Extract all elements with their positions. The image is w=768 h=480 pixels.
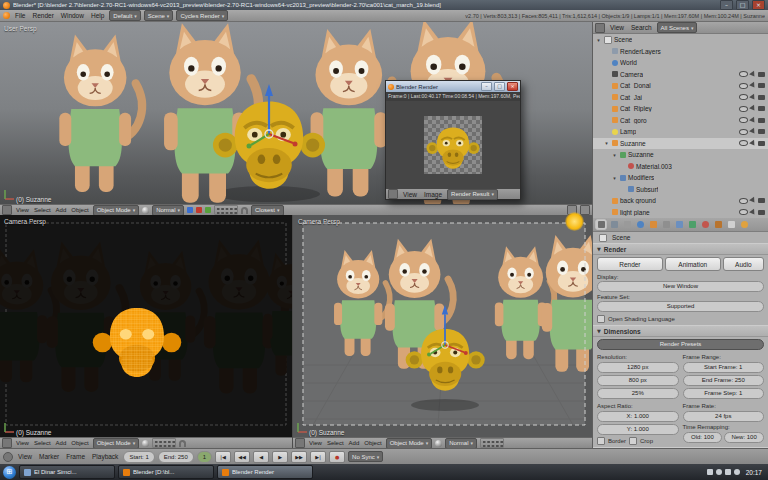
selectability-toggle-icon[interactable]	[749, 105, 757, 113]
play-reverse-button[interactable]: ◀	[253, 451, 269, 463]
remap-old-field[interactable]: Old: 100	[683, 432, 723, 443]
resolution-y-field[interactable]: 800 px	[597, 375, 679, 386]
end-frame-field[interactable]: End Frame: 250	[683, 375, 765, 386]
menu-object[interactable]: Object	[70, 207, 89, 213]
menu-view[interactable]: View	[401, 191, 419, 198]
outliner-row-renderlayers[interactable]: RenderLayers	[593, 46, 768, 58]
frame-rate-select[interactable]: 24 fps	[683, 411, 765, 422]
editor-type-icon[interactable]	[595, 23, 605, 33]
expand-icon[interactable]: ▾	[611, 152, 618, 158]
scale-manipulator-icon[interactable]	[205, 207, 211, 213]
visibility-toggle-icon[interactable]	[739, 94, 748, 100]
close-button[interactable]: ×	[752, 0, 765, 10]
expand-icon[interactable]: ▾	[595, 37, 602, 43]
animation-button[interactable]: Animation	[665, 257, 721, 271]
tray-icon[interactable]	[734, 469, 740, 475]
tab-render-icon[interactable]	[595, 219, 607, 230]
dimensions-panel-header[interactable]: ▼ Dimensions	[593, 325, 768, 337]
renderability-toggle-icon[interactable]	[758, 118, 765, 123]
mode-select[interactable]: Object Mode ▾	[93, 438, 140, 449]
menu-add[interactable]: Add	[348, 440, 361, 446]
aspect-y-field[interactable]: Y: 1.000	[597, 424, 679, 435]
tab-constraints-icon[interactable]	[660, 219, 672, 230]
viewport-camera-dark[interactable]: Camera Persp (0) Suzanne View Select Add…	[0, 215, 292, 448]
menu-view[interactable]: View	[308, 440, 323, 446]
outliner-row-cat-goro[interactable]: Cat_goro	[593, 115, 768, 127]
menu-render[interactable]: Render	[30, 12, 55, 19]
menu-file[interactable]: File	[13, 12, 27, 19]
tab-data-icon[interactable]	[686, 219, 698, 230]
outliner-row-cat-jai[interactable]: Cat_Jai	[593, 92, 768, 104]
mode-select[interactable]: Object Mode ▾	[386, 438, 433, 449]
border-checkbox[interactable]	[597, 437, 605, 445]
render-presets-select[interactable]: Render Presets	[597, 339, 764, 350]
menu-view[interactable]: View	[608, 24, 626, 31]
renderability-toggle-icon[interactable]	[758, 129, 765, 134]
menu-marker[interactable]: Marker	[37, 453, 61, 460]
visibility-toggle-icon[interactable]	[739, 83, 748, 89]
taskbar-item-active[interactable]: Blender Render	[217, 465, 313, 479]
menu-window[interactable]: Window	[59, 12, 86, 19]
end-frame-field[interactable]: End: 250	[158, 451, 194, 463]
outliner-row-lamp[interactable]: Lamp	[593, 126, 768, 138]
selectability-toggle-icon[interactable]	[749, 70, 757, 78]
menu-select[interactable]: Select	[33, 207, 52, 213]
crop-checkbox[interactable]	[629, 437, 637, 445]
sync-mode-select[interactable]: No Sync ▾	[348, 451, 383, 462]
render-engine-select[interactable]: Cycles Render ▾	[176, 10, 228, 21]
tab-material-icon[interactable]	[699, 219, 711, 230]
menu-search[interactable]: Search	[629, 24, 654, 31]
outliner-row-world[interactable]: World	[593, 57, 768, 69]
screen-layout-select[interactable]: Default ▾	[109, 10, 141, 21]
visibility-toggle-icon[interactable]	[739, 129, 748, 135]
viewport-camera-shaded[interactable]: Camera Persp (0) Suzanne View Select Add…	[292, 215, 592, 448]
menu-add[interactable]: Add	[55, 207, 68, 213]
editor-type-icon[interactable]	[3, 452, 13, 462]
renderability-toggle-icon[interactable]	[758, 72, 765, 77]
rotate-manipulator-icon[interactable]	[196, 207, 202, 213]
outliner-row-cat-ripley[interactable]: Cat_Ripley	[593, 103, 768, 115]
outliner-row-subsurf[interactable]: Subsurf	[593, 184, 768, 196]
minimize-button[interactable]: –	[720, 0, 733, 10]
tab-particles-icon[interactable]	[725, 219, 737, 230]
selectability-toggle-icon[interactable]	[749, 128, 757, 136]
render-opengl-anim-icon[interactable]	[580, 205, 590, 215]
renderability-toggle-icon[interactable]	[758, 198, 765, 203]
visibility-toggle-icon[interactable]	[739, 209, 748, 215]
renderability-toggle-icon[interactable]	[758, 106, 765, 111]
visibility-toggle-icon[interactable]	[739, 198, 748, 204]
start-button[interactable]: ⊞	[3, 466, 16, 479]
viewport-shading-icon[interactable]	[142, 207, 149, 214]
snap-magnet-icon[interactable]	[241, 207, 248, 214]
close-button[interactable]: ×	[507, 82, 518, 91]
menu-object[interactable]: Object	[70, 440, 89, 446]
outliner-row-material[interactable]: Material.003	[593, 161, 768, 173]
display-select[interactable]: New Window	[597, 281, 764, 292]
tab-physics-icon[interactable]	[738, 219, 750, 230]
audio-button[interactable]: Audio	[723, 257, 764, 271]
jump-start-button[interactable]: |◀	[215, 451, 231, 463]
scene-select[interactable]: Scene ▾	[144, 10, 174, 21]
menu-object[interactable]: Object	[363, 440, 382, 446]
menu-help[interactable]: Help	[89, 12, 106, 19]
menu-select[interactable]: Select	[33, 440, 52, 446]
tab-render-layers-icon[interactable]	[608, 219, 620, 230]
editor-type-icon[interactable]	[295, 438, 305, 448]
next-keyframe-button[interactable]: ▶▶	[291, 451, 307, 463]
selectability-toggle-icon[interactable]	[749, 197, 757, 205]
selectability-toggle-icon[interactable]	[749, 139, 757, 147]
editor-type-icon[interactable]	[2, 205, 12, 215]
selectability-toggle-icon[interactable]	[749, 116, 757, 124]
viewport-shading-icon[interactable]	[435, 440, 442, 447]
outliner-row-suzanne[interactable]: ▾ Suzanne	[593, 138, 768, 150]
outliner-row-suzanne-mesh[interactable]: ▾ Suzanne	[593, 149, 768, 161]
visibility-toggle-icon[interactable]	[739, 140, 748, 146]
outliner-row-camera[interactable]: Camera	[593, 69, 768, 81]
resolution-percent-slider[interactable]: 25%	[597, 388, 679, 399]
visibility-toggle-icon[interactable]	[739, 117, 748, 123]
menu-select[interactable]: Select	[326, 440, 345, 446]
render-result-window[interactable]: Blender Render – □ × Frame:0 | Last:00:4…	[385, 80, 521, 200]
renderability-toggle-icon[interactable]	[758, 95, 765, 100]
render-window-titlebar[interactable]: Blender Render – □ ×	[386, 81, 520, 92]
visibility-toggle-icon[interactable]	[739, 71, 748, 77]
